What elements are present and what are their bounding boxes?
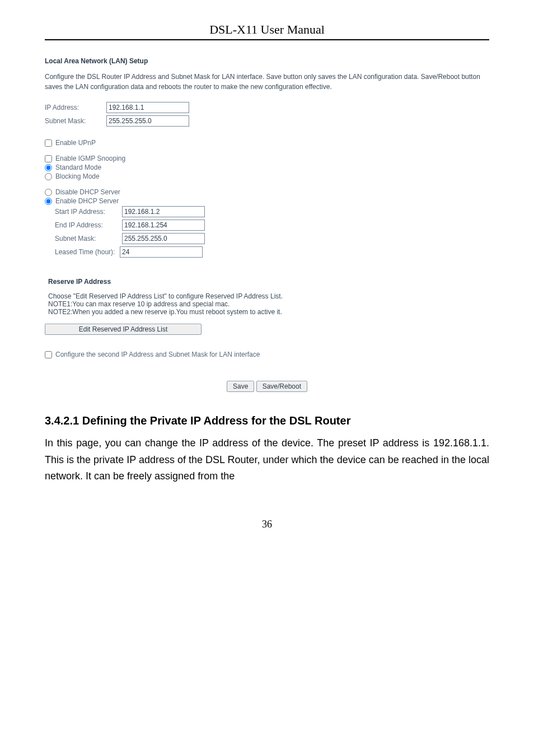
disable-dhcp-radio[interactable] — [45, 189, 52, 196]
enable-dhcp-label: Enable DHCP Server — [55, 197, 119, 205]
reserve-ip-title: Reserve IP Address — [48, 278, 489, 286]
dhcp-mask-input[interactable] — [122, 233, 205, 244]
edit-reserved-ip-button[interactable]: Edit Reserved IP Address List — [45, 324, 202, 335]
disable-dhcp-label: Disable DHCP Server — [55, 188, 120, 196]
save-reboot-button[interactable]: Save/Reboot — [256, 381, 307, 392]
second-ip-checkbox[interactable] — [45, 351, 52, 358]
enable-upnp-label: Enable UPnP — [55, 139, 96, 147]
enable-igmp-checkbox[interactable] — [45, 155, 52, 162]
ip-address-input[interactable] — [106, 102, 189, 113]
start-ip-label: Start IP Address: — [55, 208, 122, 216]
dhcp-mask-label: Subnet Mask: — [55, 235, 122, 242]
reserve-note-3: NOTE2:When you added a new reserve ip.Yo… — [48, 308, 489, 316]
standard-mode-radio[interactable] — [45, 164, 52, 171]
second-ip-label: Configure the second IP Address and Subn… — [55, 351, 260, 358]
standard-mode-label: Standard Mode — [55, 164, 101, 171]
reserve-note-2: NOTE1:You can max reserve 10 ip address … — [48, 300, 489, 308]
end-ip-label: End IP Address: — [55, 221, 122, 229]
subnet-mask-input[interactable] — [106, 115, 189, 127]
ip-address-label: IP Address: — [45, 104, 106, 111]
start-ip-input[interactable] — [122, 206, 205, 217]
lan-setup-description: Configure the DSL Router IP Address and … — [45, 72, 489, 92]
document-header: DSL-X11 User Manual — [45, 22, 489, 40]
blocking-mode-radio[interactable] — [45, 173, 52, 180]
lan-setup-title: Local Area Network (LAN) Setup — [45, 57, 489, 65]
leased-time-label: Leased Time (hour): — [55, 248, 122, 256]
lan-setup-screenshot: Local Area Network (LAN) Setup Configure… — [45, 57, 489, 392]
enable-upnp-checkbox[interactable] — [45, 139, 52, 147]
section-heading: 3.4.2.1 Defining the Private IP Address … — [45, 414, 489, 427]
enable-dhcp-radio[interactable] — [45, 198, 52, 205]
blocking-mode-label: Blocking Mode — [55, 172, 100, 180]
page-number: 36 — [45, 519, 489, 530]
end-ip-input[interactable] — [122, 220, 205, 231]
subnet-mask-label: Subnet Mask: — [45, 117, 106, 125]
section-paragraph: In this page, you can change the IP addr… — [45, 435, 489, 485]
save-button[interactable]: Save — [227, 381, 254, 392]
enable-igmp-label: Enable IGMP Snooping — [55, 155, 125, 162]
leased-time-input[interactable] — [120, 246, 203, 258]
reserve-note-1: Choose "Edit Reserved IP Address List" t… — [48, 292, 489, 300]
